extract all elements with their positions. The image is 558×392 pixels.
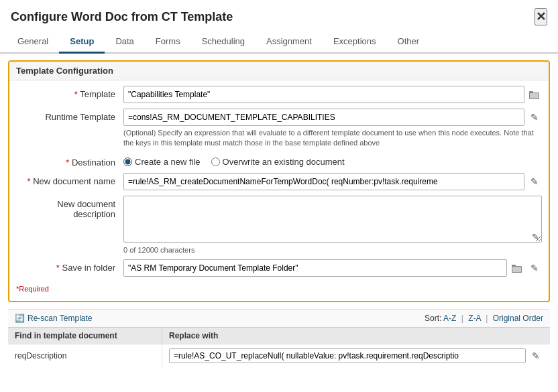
- svg-rect-5: [512, 267, 521, 272]
- sort-controls: Sort: A-Z | Z-A | Original Order: [425, 314, 543, 323]
- destination-control: Create a new file Overwrite an existing …: [123, 154, 542, 167]
- svg-rect-1: [529, 91, 533, 93]
- template-label: * Template: [16, 86, 123, 99]
- required-note: *Required: [16, 282, 542, 293]
- runtime-template-label: Runtime Template: [16, 109, 123, 122]
- template-folder-icon[interactable]: [527, 87, 542, 102]
- find-cell-0: reqDescription: [8, 344, 162, 367]
- section-title: Template Configuration: [9, 62, 549, 80]
- close-button[interactable]: ✕: [535, 8, 547, 25]
- runtime-template-row: Runtime Template ✎ (Optional) Specify an…: [16, 109, 542, 149]
- new-doc-desc-edit-icon[interactable]: ✎: [532, 232, 539, 242]
- replace-input-0[interactable]: [169, 348, 526, 363]
- destination-radio-group: Create a new file Overwrite an existing …: [123, 154, 542, 167]
- runtime-edit-icon[interactable]: ✎: [527, 110, 542, 125]
- new-doc-desc-textarea[interactable]: [123, 196, 542, 243]
- tab-forms[interactable]: Forms: [145, 31, 191, 54]
- save-folder-edit-icon[interactable]: ✎: [527, 261, 542, 275]
- save-folder-row: * Save in folder: [16, 259, 542, 277]
- destination-row: * Destination Create a new file Overwrit…: [16, 154, 542, 168]
- dialog-container: Configure Word Doc from CT Template ✕ Ge…: [0, 0, 558, 374]
- overwrite-existing-option[interactable]: Overwrite an existing document: [211, 157, 345, 167]
- sort-original[interactable]: Original Order: [493, 314, 543, 323]
- char-count: 0 of 12000 characters: [123, 246, 542, 254]
- sort-az[interactable]: A-Z: [443, 314, 456, 323]
- tab-setup[interactable]: Setup: [59, 31, 105, 54]
- template-config-section: Template Configuration * Template: [8, 60, 550, 302]
- tab-exceptions[interactable]: Exceptions: [323, 31, 387, 54]
- replace-edit-icon-0[interactable]: ✎: [528, 348, 543, 363]
- tab-bar: General Setup Data Forms Scheduling Assi…: [0, 31, 558, 54]
- runtime-hint: (Optional) Specify an expression that wi…: [123, 128, 542, 149]
- destination-label: * Destination: [16, 154, 123, 168]
- dialog-title: Configure Word Doc from CT Template: [11, 10, 233, 24]
- runtime-template-control: ✎ (Optional) Specify an expression that …: [123, 109, 542, 149]
- new-doc-desc-row: New document description ✎ 0 of 12000 ch…: [16, 196, 542, 254]
- template-control: [123, 86, 542, 103]
- main-content: Template Configuration * Template: [0, 54, 558, 374]
- new-doc-name-label: * New document name: [16, 173, 123, 186]
- section-body: * Template: [9, 80, 549, 301]
- rescan-icon: 🔄: [15, 314, 25, 323]
- dialog-header: Configure Word Doc from CT Template ✕: [0, 0, 558, 31]
- runtime-template-input[interactable]: [123, 109, 524, 126]
- tab-assignment[interactable]: Assignment: [256, 31, 323, 54]
- tab-data[interactable]: Data: [105, 31, 144, 54]
- svg-rect-2: [530, 93, 539, 99]
- tab-general[interactable]: General: [7, 31, 59, 54]
- find-replace-header: Find in template document Replace with: [8, 327, 550, 344]
- create-new-file-option[interactable]: Create a new file: [123, 157, 201, 167]
- footer-row: 🔄 Re-scan Template Sort: A-Z | Z-A | Ori…: [8, 309, 550, 327]
- new-doc-desc-wrap: ✎: [123, 196, 542, 245]
- save-folder-label: * Save in folder: [16, 259, 123, 273]
- replace-cell-0: ✎: [162, 344, 550, 367]
- new-doc-name-control: ✎: [123, 173, 542, 190]
- sort-za[interactable]: Z-A: [468, 314, 481, 323]
- template-input[interactable]: [123, 86, 524, 103]
- save-folder-control: ✎: [123, 259, 542, 277]
- svg-rect-4: [512, 265, 516, 267]
- template-row: * Template: [16, 86, 542, 103]
- new-doc-desc-label: New document description: [16, 196, 123, 219]
- save-folder-input[interactable]: [123, 259, 507, 277]
- tab-other[interactable]: Other: [387, 31, 431, 54]
- rescan-template-button[interactable]: 🔄 Re-scan Template: [15, 314, 93, 323]
- new-doc-name-row: * New document name ✎: [16, 173, 542, 190]
- save-folder-browse-icon[interactable]: [510, 261, 524, 275]
- new-doc-name-input[interactable]: [123, 173, 524, 190]
- new-doc-name-edit-icon[interactable]: ✎: [527, 174, 542, 189]
- new-doc-desc-control: ✎ 0 of 12000 characters: [123, 196, 542, 254]
- find-replace-row-0: reqDescription ✎: [8, 344, 550, 367]
- find-column-header: Find in template document: [8, 328, 162, 344]
- replace-column-header: Replace with: [162, 328, 550, 344]
- tab-scheduling[interactable]: Scheduling: [191, 31, 256, 54]
